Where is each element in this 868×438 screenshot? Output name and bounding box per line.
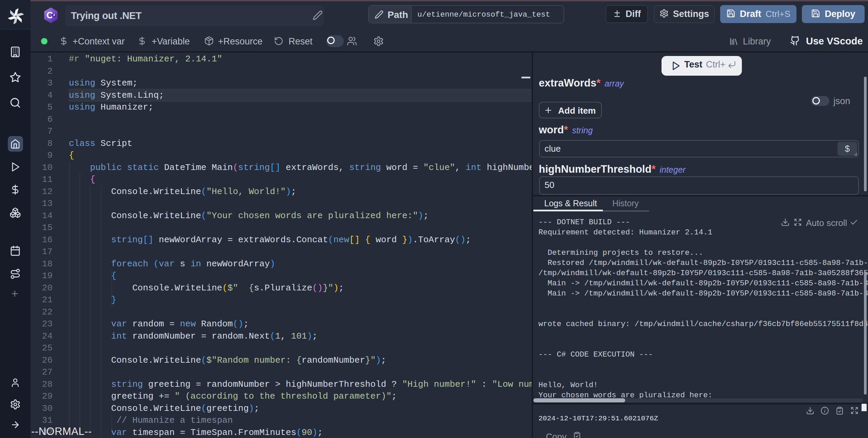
svg-text:C: C bbox=[46, 10, 53, 20]
svg-text:#: # bbox=[53, 13, 55, 17]
